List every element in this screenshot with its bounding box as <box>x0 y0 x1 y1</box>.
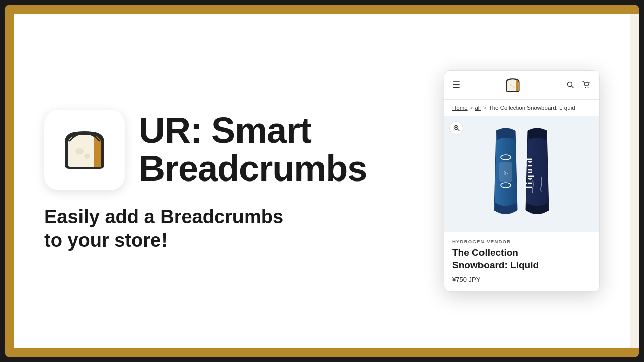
vendor-label: HYDROGEN VENDOR <box>452 239 591 244</box>
breadcrumb-sep-2: > <box>483 105 487 111</box>
accent-bar-bottom <box>5 348 639 357</box>
subtitle-text: Easily add a Breadcrumbs to your store! <box>44 205 424 253</box>
svg-text:⛷: ⛷ <box>504 171 508 176</box>
accent-bar-left <box>5 5 14 357</box>
svg-point-3 <box>513 86 515 88</box>
snowboard-illustration: ⛷ <box>492 124 551 224</box>
cart-icon[interactable] <box>581 80 591 90</box>
logo-title-row: UR: Smart Breadcrumbs <box>44 110 424 190</box>
search-icon[interactable] <box>565 80 575 90</box>
breadcrumb-bar: Home > all > The Collection Snowboard: L… <box>444 100 599 116</box>
left-section: UR: Smart Breadcrumbs Easily add a Bread… <box>44 110 424 253</box>
right-section: ☰ <box>444 70 600 292</box>
svg-point-7 <box>588 87 589 88</box>
zoom-button[interactable] <box>449 121 463 135</box>
breadcrumb-all[interactable]: all <box>475 105 481 111</box>
product-info: HYDROGEN VENDOR The Collection Snowboard… <box>444 232 599 291</box>
bread-icon <box>59 127 110 172</box>
svg-line-9 <box>457 129 459 131</box>
browser-navbar: ☰ <box>444 71 599 100</box>
svg-point-1 <box>84 154 90 159</box>
logo-box <box>44 110 125 190</box>
product-name: The Collection Snowboard: Liquid <box>452 247 591 272</box>
main-title: UR: Smart Breadcrumbs <box>139 112 367 188</box>
svg-line-5 <box>572 86 574 88</box>
svg-point-0 <box>75 148 84 154</box>
nav-bread-logo <box>504 77 522 93</box>
outer-frame: UR: Smart Breadcrumbs Easily add a Bread… <box>5 5 639 357</box>
accent-bar-top <box>5 5 639 14</box>
browser-mockup: ☰ <box>444 70 600 292</box>
product-image-area: ⛷ <box>444 116 599 232</box>
hamburger-icon[interactable]: ☰ <box>452 80 460 89</box>
breadcrumb-home[interactable]: Home <box>452 105 468 111</box>
breadcrumb-sep-1: > <box>470 105 473 111</box>
svg-text:liquid: liquid <box>524 157 534 189</box>
nav-icons <box>565 80 591 90</box>
svg-point-6 <box>585 87 586 88</box>
product-price: ¥750 JPY <box>452 276 591 283</box>
svg-point-2 <box>510 84 513 86</box>
breadcrumb-current: The Collection Snowboard: Liquid <box>489 105 575 111</box>
main-content: UR: Smart Breadcrumbs Easily add a Bread… <box>14 14 630 348</box>
